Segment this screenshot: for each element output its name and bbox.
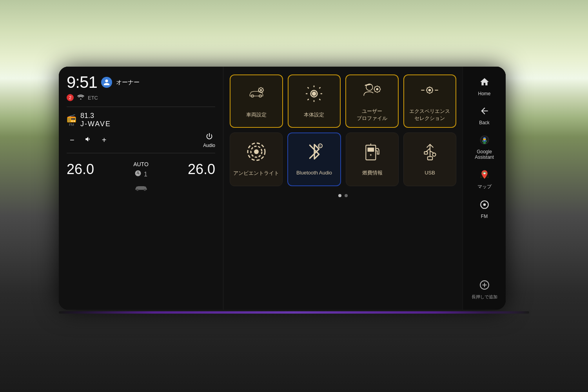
- map-label: マップ: [477, 183, 492, 190]
- svg-rect-56: [427, 156, 432, 160]
- ambient-light-tile[interactable]: アンビエントライト: [230, 132, 283, 186]
- svg-point-2: [143, 189, 145, 191]
- map-icon: [479, 169, 490, 182]
- temp-right[interactable]: 26.0: [188, 161, 215, 178]
- experience-tile[interactable]: エクスペリエンスセレクション: [403, 74, 457, 128]
- fuel-info-tile[interactable]: 燃費情報: [346, 132, 399, 186]
- svg-point-19: [376, 88, 378, 90]
- usb-icon: [421, 142, 439, 165]
- page-dot-2[interactable]: [345, 194, 348, 197]
- usb-tile[interactable]: USB: [403, 132, 456, 186]
- audio-power[interactable]: Audio: [203, 132, 215, 148]
- climate-section: 26.0 AUTO 1: [67, 161, 215, 194]
- svg-rect-61: [483, 139, 486, 140]
- ambient-light-strip: [59, 311, 529, 314]
- google-assistant-icon: [479, 135, 490, 147]
- svg-text:R: R: [319, 145, 321, 147]
- fm-badge: 📻 FM: [67, 113, 76, 127]
- radio-frequency: 81.3: [80, 112, 215, 120]
- svg-point-6: [260, 89, 262, 91]
- sidebar-item-fm[interactable]: FM: [463, 196, 506, 223]
- audio-controls: − + Audio: [67, 132, 215, 148]
- system-settings-tile[interactable]: 本体設定: [288, 74, 341, 128]
- user-profile-tile[interactable]: ユーザープロファイル: [345, 74, 399, 128]
- divider-1: [67, 107, 215, 107]
- car-bottom-icon: [133, 182, 149, 194]
- svg-line-36: [432, 92, 432, 93]
- page-dots: [230, 194, 456, 197]
- user-icon[interactable]: [101, 77, 112, 88]
- fuel-icon: [364, 142, 381, 165]
- home-label: Home: [478, 91, 490, 96]
- svg-point-66: [483, 203, 486, 206]
- bluetooth-icon: R: [306, 142, 323, 165]
- infotainment-screen: 9:51 オーナー 2 ETC: [59, 67, 506, 310]
- climate-center: AUTO 1: [102, 161, 180, 194]
- svg-line-37: [427, 92, 428, 93]
- svg-line-38: [432, 88, 432, 89]
- wifi-icon: [77, 94, 85, 101]
- temp-left[interactable]: 26.0: [67, 161, 94, 178]
- grid-row-2: アンビエントライト R Bluetooth Audio: [230, 132, 456, 186]
- volume-up-button[interactable]: +: [99, 134, 110, 146]
- volume-down-button[interactable]: −: [67, 134, 78, 146]
- google-assistant-label: GoogleAssistant: [475, 149, 494, 160]
- system-settings-label: 本体設定: [304, 111, 324, 118]
- svg-point-1: [136, 189, 138, 191]
- svg-point-42: [254, 149, 259, 154]
- radio-section[interactable]: 📻 FM 81.3 J-WAVE: [67, 112, 215, 128]
- car-gear-icon: [247, 84, 266, 107]
- fm-text: FM: [69, 123, 74, 127]
- ambient-icon: [246, 142, 267, 166]
- ambient-light-label: アンビエントライト: [233, 170, 279, 177]
- fan-speed: 1: [144, 171, 147, 178]
- add-icon: [479, 280, 490, 292]
- exp-gear-icon: [420, 80, 439, 104]
- right-sidebar: Home Back: [463, 67, 506, 310]
- speaker-icon: [84, 136, 93, 145]
- left-panel: 9:51 オーナー 2 ETC: [59, 67, 223, 310]
- radio-station: J-WAVE: [80, 120, 215, 128]
- svg-rect-53: [424, 152, 427, 154]
- add-label: 長押しで追加: [472, 294, 497, 299]
- radio-info: 81.3 J-WAVE: [80, 112, 215, 128]
- vehicle-settings-label: 車両設定: [246, 111, 267, 118]
- page-dot-1[interactable]: [338, 194, 341, 197]
- status-bar: 2 ETC: [67, 94, 215, 101]
- top-bar: 9:51 オーナー: [67, 73, 215, 92]
- sidebar-item-back[interactable]: Back: [463, 102, 506, 129]
- usb-label: USB: [425, 169, 435, 176]
- user-profile-label: ユーザープロファイル: [357, 108, 387, 122]
- fm-sidebar-label: FM: [481, 214, 488, 219]
- audio-label: Audio: [203, 143, 215, 148]
- clock: 9:51: [67, 73, 97, 92]
- sidebar-add-button[interactable]: 長押しで追加: [463, 276, 506, 303]
- fuel-info-label: 燃費情報: [362, 169, 383, 176]
- fan-row: 1: [134, 170, 147, 179]
- main-grid: 車両設定 本体設定: [223, 67, 463, 310]
- back-icon: [479, 106, 490, 118]
- gear-icon: [304, 84, 324, 107]
- divider-2: [67, 153, 215, 153]
- svg-line-35: [427, 88, 428, 89]
- svg-rect-46: [367, 147, 374, 151]
- sidebar-item-home[interactable]: Home: [463, 73, 506, 100]
- experience-label: エクスペリエンスセレクション: [409, 108, 450, 122]
- svg-line-52: [426, 149, 430, 152]
- vehicle-settings-tile[interactable]: 車両設定: [230, 74, 283, 128]
- user-gear-icon: [362, 80, 382, 104]
- etc-label: ETC: [88, 95, 98, 101]
- owner-label: オーナー: [116, 79, 140, 86]
- sidebar-item-map[interactable]: マップ: [463, 165, 506, 194]
- sidebar-item-google-assistant[interactable]: GoogleAssistant: [463, 131, 506, 164]
- svg-rect-45: [366, 145, 376, 160]
- svg-point-16: [312, 92, 316, 95]
- bluetooth-audio-tile[interactable]: R Bluetooth Audio: [287, 132, 341, 186]
- back-label: Back: [479, 120, 490, 125]
- home-icon: [479, 77, 490, 89]
- svg-point-55: [432, 153, 436, 156]
- fm-sidebar-icon: [479, 200, 490, 212]
- auto-label: AUTO: [133, 161, 149, 167]
- notification-badge: 2: [67, 94, 74, 101]
- grid-row-1: 車両設定 本体設定: [230, 74, 456, 128]
